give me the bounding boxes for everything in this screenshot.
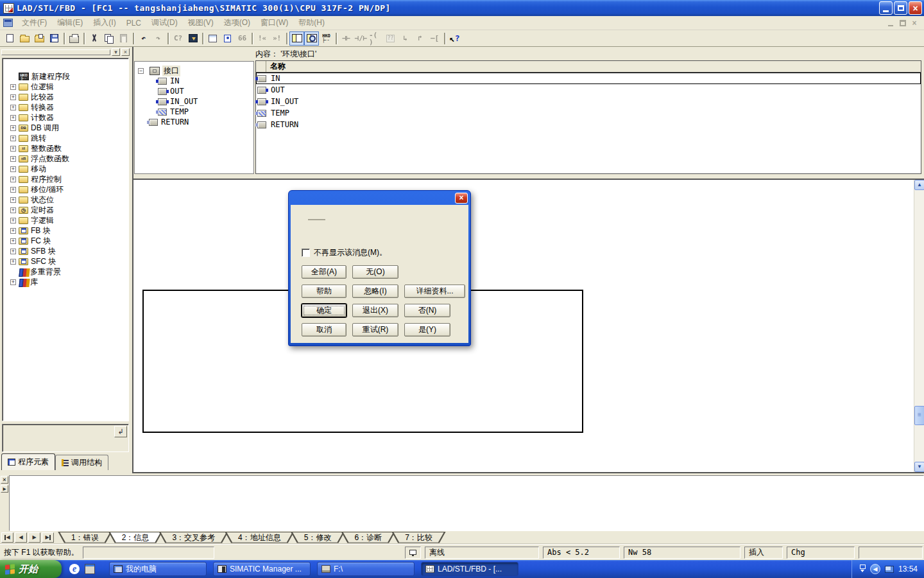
next-error-icon[interactable]: »! <box>270 31 284 46</box>
tree-item[interactable]: 移位/循环 <box>3 184 128 195</box>
expand-plus-icon[interactable] <box>10 279 16 285</box>
interface-item[interactable]: IN <box>135 76 253 86</box>
expand-plus-icon[interactable] <box>10 146 16 152</box>
name-column-header[interactable]: 名称 <box>266 61 286 72</box>
expand-plus-icon[interactable] <box>10 259 16 265</box>
ignore-button[interactable]: 忽略(I) <box>352 285 398 298</box>
consistency-check-icon[interactable]: C? <box>171 31 185 46</box>
help-button[interactable]: 帮助 <box>302 285 346 298</box>
show-desktop-icon[interactable] <box>85 564 95 574</box>
all-button[interactable]: 全部(A) <box>302 265 346 279</box>
first-tab-button[interactable]: ◀ <box>1 532 13 543</box>
declaration-row[interactable]: TEMP <box>256 107 921 119</box>
menu-item[interactable]: 调试(D) <box>146 15 183 30</box>
tree-item[interactable]: 程序控制 <box>3 174 128 184</box>
scroll-down-button[interactable]: ▼ <box>914 462 924 472</box>
no-button[interactable]: 否(N) <box>404 304 450 317</box>
collapse-minus-icon[interactable] <box>138 68 144 74</box>
expand-plus-icon[interactable] <box>10 187 16 193</box>
output-tab[interactable]: 6：诊断 <box>341 532 395 543</box>
expand-plus-icon[interactable] <box>10 94 16 100</box>
panel-grip[interactable] <box>1 49 110 55</box>
expand-plus-icon[interactable] <box>10 125 16 131</box>
next-tab-button[interactable]: ▶ <box>28 532 40 543</box>
output-tab[interactable]: 4：地址信息 <box>225 532 295 543</box>
open-online-icon[interactable] <box>32 31 47 46</box>
taskbar-task[interactable]: F:\ <box>317 562 415 576</box>
new-file-icon[interactable] <box>3 31 17 46</box>
ok-button[interactable]: 确定 <box>302 304 346 317</box>
exit-button[interactable]: 退出(X) <box>352 304 398 317</box>
tree-item[interactable]: 计数器 <box>3 112 128 123</box>
tree-item[interactable]: FC 块 <box>3 236 128 246</box>
save-icon[interactable] <box>47 31 62 46</box>
download-icon[interactable] <box>185 31 200 46</box>
menu-item[interactable]: 插入(I) <box>88 15 121 30</box>
mdi-close-icon[interactable]: × <box>910 19 919 27</box>
scrollbar-thumb[interactable] <box>914 406 924 425</box>
expand-plus-icon[interactable] <box>10 207 16 213</box>
taskbar-task[interactable]: LAD/STL/FBD - [... <box>421 562 518 576</box>
minimize-button[interactable] <box>879 1 893 15</box>
interface-item[interactable]: RETURN <box>135 117 253 127</box>
restore-button[interactable] <box>894 1 907 15</box>
editor-scrollbar[interactable]: ▲ ▼ <box>914 180 924 472</box>
close-branch-icon[interactable]: ↱ <box>413 31 427 46</box>
output-tab[interactable]: 3：交叉参考 <box>158 532 228 543</box>
expand-plus-icon[interactable] <box>10 84 16 90</box>
tree-item[interactable]: DB 调用 <box>3 123 128 133</box>
ie-icon[interactable]: e <box>69 564 80 574</box>
tree-item[interactable]: 移动 <box>3 164 128 174</box>
tree-item[interactable]: FB 块 <box>3 225 128 236</box>
network-tray-icon[interactable] <box>885 566 894 573</box>
last-tab-button[interactable]: ▶ <box>42 532 54 543</box>
help-pointer-icon[interactable] <box>447 31 462 46</box>
expand-plus-icon[interactable] <box>10 177 16 182</box>
expand-plus-icon[interactable] <box>10 228 16 234</box>
none-button[interactable]: 无(O) <box>352 265 398 279</box>
mdi-minimize-icon[interactable] <box>887 19 896 27</box>
insert-element-button[interactable]: ↲ <box>114 426 127 437</box>
expand-plus-icon[interactable] <box>10 249 16 254</box>
mdi-document-icon[interactable] <box>3 19 13 27</box>
tree-item[interactable]: 多重背景 <box>3 267 128 277</box>
tree-item[interactable]: 浮点数函数 <box>3 153 128 164</box>
new-network-icon[interactable] <box>319 31 334 46</box>
menu-item[interactable]: 视图(V) <box>183 15 219 30</box>
menu-item[interactable]: 窗口(W) <box>255 15 293 30</box>
expand-plus-icon[interactable] <box>10 218 16 223</box>
details-button[interactable]: 详细资料... <box>404 285 465 298</box>
cancel-button[interactable]: 取消 <box>302 323 346 337</box>
coil-icon[interactable]: -( ) <box>368 31 383 46</box>
expand-plus-icon[interactable] <box>10 105 16 110</box>
tree-item[interactable]: SFB 块 <box>3 246 128 256</box>
menu-item[interactable]: 编辑(E) <box>52 15 88 30</box>
prev-error-icon[interactable]: !« <box>255 31 270 46</box>
declaration-row[interactable]: IN <box>256 73 921 84</box>
tree-item[interactable]: 状态位 <box>3 195 128 205</box>
output-tab[interactable]: 5：修改 <box>291 532 345 543</box>
open-branch-icon[interactable]: ↳ <box>398 31 413 46</box>
t-branch-icon[interactable]: ―[ <box>427 31 442 46</box>
tray-window-icon[interactable] <box>860 565 866 574</box>
declaration-row[interactable]: OUT <box>256 84 921 96</box>
output-tab[interactable]: 1：错误 <box>58 532 112 543</box>
symbol-info-icon[interactable] <box>220 31 235 46</box>
panel-tab[interactable]: 调用结构 <box>55 455 108 470</box>
redo-icon[interactable]: ↷ <box>151 31 166 46</box>
expand-plus-icon[interactable] <box>10 238 16 244</box>
contact-no-icon[interactable]: ⊣⊢ <box>339 31 354 46</box>
hide-tray-icons-button[interactable]: ◀ <box>870 564 880 574</box>
cut-icon[interactable] <box>87 31 101 46</box>
symbolic-display-toggle[interactable] <box>205 31 220 46</box>
menu-item[interactable]: 文件(F) <box>17 15 52 30</box>
taskbar-task[interactable]: 我的电脑 <box>109 562 207 576</box>
dont-show-again-checkbox[interactable] <box>302 249 310 257</box>
close-button[interactable]: × <box>909 1 922 15</box>
editor-canvas[interactable]: ▲ ▼ × 不再显示该消息(M)。 全部(A)无(O)帮助忽略(I)详细资料..… <box>133 180 924 473</box>
monitor-glasses-icon[interactable]: 66 <box>235 31 250 46</box>
mdi-restore-icon[interactable] <box>898 19 907 27</box>
contact-nc-icon[interactable]: ⊣/⊢ <box>354 31 368 46</box>
undo-icon[interactable]: ↶ <box>136 31 151 46</box>
expand-plus-icon[interactable] <box>10 156 16 162</box>
